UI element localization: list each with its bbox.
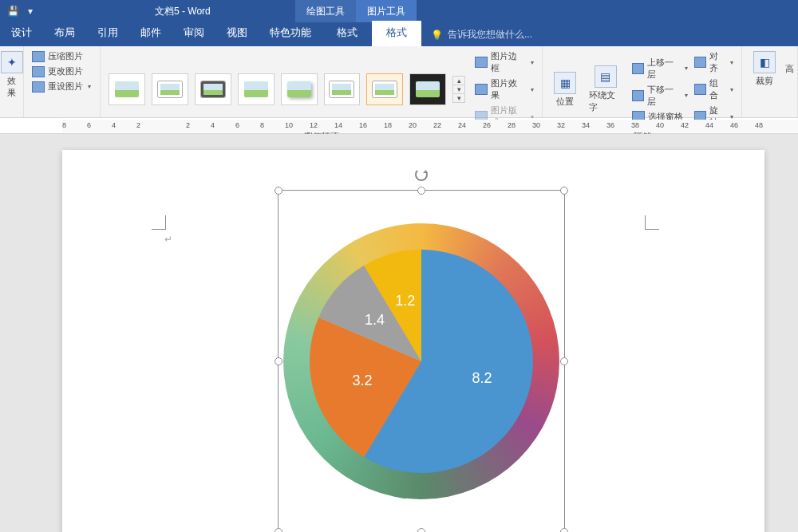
group-adjust-left: ✦ 效果 (0, 46, 24, 117)
group-icon (694, 84, 706, 95)
resize-handle-tl[interactable] (275, 187, 282, 195)
margin-mark-tr (645, 212, 662, 230)
crop-button[interactable]: ◧裁剪 (749, 49, 780, 89)
document-title: 文档5 - Word (155, 5, 211, 18)
styles-gallery-more[interactable]: ▴▾▾ (452, 76, 465, 103)
slice-label-2: 1.4 (365, 312, 385, 329)
chevron-down-icon: ▾ (531, 59, 534, 66)
change-picture-button[interactable]: 更改图片 (30, 65, 93, 78)
group-picture-styles: ▴▾▾ 图片边框▾ 图片效果▾ 图片版式▾ 图片样式 (101, 46, 543, 117)
artistic-effects-button[interactable]: ✦ 效果 (6, 49, 17, 100)
tell-me-placeholder: 告诉我您想做什么... (448, 28, 532, 41)
tab-references[interactable]: 引用 (86, 21, 129, 46)
group-size: ◧裁剪 高 (742, 46, 798, 117)
slice-label-3: 1.2 (395, 293, 415, 309)
border-icon (475, 57, 488, 68)
resize-handle-mr[interactable] (560, 357, 568, 365)
tab-design[interactable]: 设计 (0, 21, 43, 46)
effects-icon: ✦ (1, 51, 23, 73)
slice-label-1: 3.2 (352, 372, 372, 389)
chevron-up-icon: ▴ (453, 77, 464, 85)
group-adjust: 压缩图片 更改图片 重设图片▾ (24, 46, 101, 117)
chevron-down-icon: ▾ (531, 86, 534, 93)
send-backward-button[interactable]: 下移一层▾ (630, 83, 689, 108)
group-button[interactable]: 组合▾ (693, 77, 735, 102)
selection-box[interactable]: 8.2 3.2 1.4 1.2 (278, 190, 565, 532)
bring-forward-button[interactable]: 上移一层▾ (630, 56, 689, 81)
lightbulb-icon: 💡 (431, 30, 443, 41)
chevron-down-icon: ▾ (453, 85, 464, 94)
slice-label-0: 8.2 (472, 370, 492, 387)
reset-picture-icon (32, 81, 45, 93)
align-icon (694, 57, 706, 68)
picture-style-5[interactable] (281, 73, 318, 105)
picture-style-7[interactable] (366, 73, 403, 105)
ribbon: ✦ 效果 压缩图片 更改图片 重设图片▾ ▴▾▾ 图片边框▾ 图片效果▾ 图片版… (0, 46, 798, 118)
tab-layout[interactable]: 布局 (43, 21, 86, 46)
paragraph-mark: ↵ (164, 234, 172, 245)
group-label-adjust (30, 114, 93, 116)
tab-mailings[interactable]: 邮件 (129, 21, 172, 46)
quick-access-toolbar: 💾 ▾ (0, 5, 43, 18)
picture-style-4[interactable] (238, 73, 275, 105)
resize-handle-bl[interactable] (275, 528, 282, 532)
workspace: ↵ 8.2 3.2 1.4 1.2 (0, 134, 798, 532)
resize-handle-tr[interactable] (560, 187, 568, 195)
reset-picture-button[interactable]: 重设图片▾ (30, 80, 93, 93)
backward-icon (632, 90, 644, 101)
tab-review[interactable]: 审阅 (172, 21, 215, 46)
change-picture-icon (32, 66, 45, 77)
picture-style-6[interactable] (324, 73, 361, 105)
picture-style-2[interactable] (152, 73, 188, 105)
margin-mark-tl (148, 212, 166, 230)
resize-handle-bm[interactable] (417, 528, 425, 532)
forward-icon (632, 63, 644, 74)
tab-view[interactable]: 视图 (215, 21, 259, 46)
tab-format-drawing[interactable]: 格式 (322, 21, 372, 46)
qat-dropdown-icon[interactable]: ▾ (24, 5, 37, 18)
wrap-text-button[interactable]: ▤环绕文字 (584, 64, 627, 115)
resize-handle-tm[interactable] (417, 187, 425, 195)
tab-format-picture[interactable]: 格式 (372, 21, 421, 46)
ruler-wrap: 8642246810121416182022242628303234363840… (0, 118, 798, 134)
tell-me-search[interactable]: 💡 告诉我您想做什么... (421, 23, 542, 46)
wrap-icon: ▤ (595, 65, 617, 88)
rotate-handle[interactable] (415, 168, 428, 181)
horizontal-ruler[interactable]: 8642246810121416182022242628303234363840… (62, 120, 798, 132)
compress-icon (32, 51, 45, 62)
group-label-size (749, 114, 791, 116)
picture-border-button[interactable]: 图片边框▾ (473, 49, 535, 75)
title-bar: 💾 ▾ 文档5 - Word 绘图工具 图片工具 (0, 0, 798, 22)
position-icon: ▦ (554, 72, 576, 94)
more-icon: ▾ (453, 94, 464, 102)
picture-effects-icon (475, 84, 488, 95)
contextual-tool-tabs: 绘图工具 图片工具 (295, 0, 417, 22)
picture-tools-tab[interactable]: 图片工具 (356, 0, 417, 22)
chevron-down-icon: ▾ (88, 83, 91, 90)
picture-effects-button[interactable]: 图片效果▾ (473, 77, 535, 102)
group-arrange: ▦位置 ▤环绕文字 上移一层▾ 下移一层▾ 选择窗格 对齐▾ 组合▾ 旋转▾ 排… (543, 46, 742, 117)
drawing-tools-tab[interactable]: 绘图工具 (295, 0, 356, 22)
pie-chart-object[interactable]: 8.2 3.2 1.4 1.2 (283, 223, 559, 499)
picture-style-8[interactable] (409, 73, 446, 105)
height-label: 高 (784, 62, 796, 76)
crop-icon: ◧ (753, 51, 776, 73)
tab-special[interactable]: 特色功能 (259, 21, 322, 46)
position-button[interactable]: ▦位置 (549, 70, 581, 109)
compress-pictures-button[interactable]: 压缩图片 (30, 49, 93, 63)
align-button[interactable]: 对齐▾ (693, 49, 735, 75)
resize-handle-ml[interactable] (275, 357, 282, 365)
picture-style-1[interactable] (109, 73, 145, 105)
save-icon[interactable]: 💾 (6, 5, 19, 18)
chart-outer-ring: 8.2 3.2 1.4 1.2 (283, 223, 559, 499)
resize-handle-br[interactable] (560, 528, 568, 532)
picture-style-3[interactable] (195, 73, 231, 105)
effects-label: 效果 (7, 75, 16, 99)
pie-chart: 8.2 3.2 1.4 1.2 (310, 250, 533, 473)
document-page[interactable]: ↵ 8.2 3.2 1.4 1.2 (62, 150, 764, 532)
ribbon-tabs: 设计 布局 引用 邮件 审阅 视图 特色功能 格式 格式 💡 告诉我您想做什么.… (0, 22, 798, 46)
